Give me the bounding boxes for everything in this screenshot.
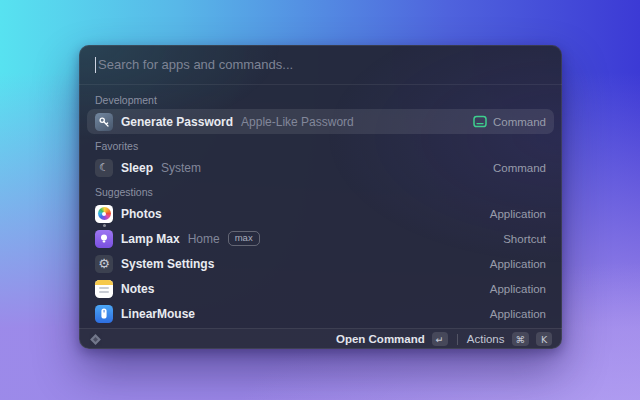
section-header-suggestions: Suggestions	[87, 180, 554, 201]
k-key-badge: K	[536, 332, 552, 346]
section-header-favorites: Favorites	[87, 134, 554, 155]
item-accessory: Shortcut	[503, 233, 546, 245]
item-type-label: Application	[490, 258, 546, 270]
text-caret	[95, 57, 96, 73]
list-item-linearmouse[interactable]: LinearMouse Application	[87, 301, 554, 326]
item-title: Sleep	[121, 161, 153, 175]
running-indicator	[103, 224, 106, 227]
footer-divider	[457, 334, 458, 345]
item-type-label: Application	[490, 283, 546, 295]
list-item-notes[interactable]: Notes Application	[87, 276, 554, 301]
list-item-photos[interactable]: Photos Application	[87, 201, 554, 226]
desktop-background: Development Generate Password Apple-Like…	[0, 0, 640, 400]
list-item-generate-password[interactable]: Generate Password Apple-Like Password Co…	[87, 109, 554, 134]
item-accessory: Application	[490, 208, 546, 220]
search-bar	[79, 45, 562, 84]
item-tag-badge: max	[228, 231, 260, 246]
list-item-sleep[interactable]: ☾ Sleep System Command	[87, 155, 554, 180]
item-type-label: Shortcut	[503, 233, 546, 245]
mouse-icon	[95, 305, 113, 323]
item-title: System Settings	[121, 257, 214, 271]
enter-key-badge: ↵	[432, 332, 448, 346]
item-subtitle: System	[161, 161, 201, 175]
actions-button[interactable]: Actions	[467, 333, 505, 345]
command-keycap-icon	[473, 115, 487, 128]
status-bar: Open Command ↵ Actions ⌘ K	[79, 328, 562, 349]
lamp-icon	[95, 230, 113, 248]
section-header-development: Development	[87, 88, 554, 109]
item-accessory: Application	[490, 258, 546, 270]
item-type-label: Command	[493, 116, 546, 128]
item-accessory: Command	[493, 162, 546, 174]
moon-icon: ☾	[95, 159, 113, 177]
raycast-logo-icon	[89, 333, 102, 346]
item-title: Generate Password	[121, 115, 233, 129]
item-type-label: Application	[490, 308, 546, 320]
item-title: Lamp Max	[121, 232, 180, 246]
search-input[interactable]	[98, 57, 546, 72]
item-subtitle: Home	[188, 232, 220, 246]
item-subtitle: Apple-Like Password	[241, 115, 354, 129]
gear-icon: ⚙	[95, 255, 113, 273]
item-accessory: Application	[490, 283, 546, 295]
item-accessory: Application	[490, 308, 546, 320]
key-icon	[95, 113, 113, 131]
photos-pinwheel-icon	[95, 205, 113, 223]
item-title: LinearMouse	[121, 307, 195, 321]
open-command-button[interactable]: Open Command	[336, 333, 425, 345]
item-type-label: Application	[490, 208, 546, 220]
item-type-label: Command	[493, 162, 546, 174]
launcher-window: Development Generate Password Apple-Like…	[79, 45, 562, 349]
item-accessory: Command	[473, 115, 546, 128]
cmd-key-badge: ⌘	[512, 332, 530, 346]
item-title: Photos	[121, 207, 162, 221]
list-item-lamp-max[interactable]: Lamp Max Home max Shortcut	[87, 226, 554, 251]
notes-icon	[95, 280, 113, 298]
item-title: Notes	[121, 282, 154, 296]
list-item-system-settings[interactable]: ⚙ System Settings Application	[87, 251, 554, 276]
results-list: Development Generate Password Apple-Like…	[79, 85, 562, 326]
